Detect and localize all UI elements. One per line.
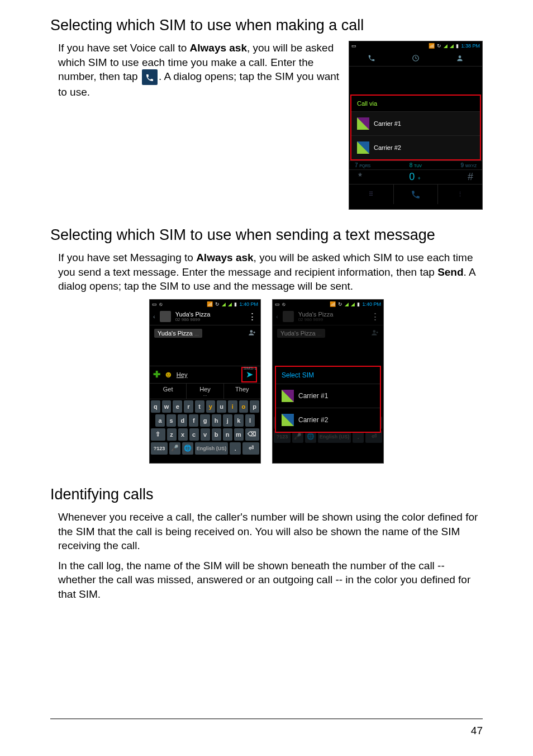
key-j[interactable]: j bbox=[223, 414, 232, 427]
key-star[interactable]: * bbox=[358, 171, 362, 183]
key-symbols[interactable]: ?123 bbox=[151, 442, 168, 455]
signal-2-icon: ◢ bbox=[450, 43, 454, 49]
key-m[interactable]: m bbox=[234, 428, 244, 441]
sim1-label: Carrier #1 bbox=[374, 120, 401, 127]
key-globe[interactable]: 🌐 bbox=[182, 442, 193, 455]
section1-paragraph: If you have set Voice call to Always ask… bbox=[58, 41, 341, 100]
footer-rule bbox=[50, 719, 483, 719]
battery-icon: ▮ bbox=[357, 301, 360, 307]
section3-para2: In the call log, the name of the SIM wil… bbox=[58, 559, 483, 602]
key-d[interactable]: d bbox=[178, 414, 187, 427]
key-c[interactable]: c bbox=[189, 428, 199, 441]
suggestion-1[interactable]: Get bbox=[150, 384, 187, 399]
attach-icon[interactable]: ✚ bbox=[153, 369, 160, 380]
call-via-dialog: Call via Carrier #1 Carrier #2 bbox=[350, 94, 481, 160]
sim-swatch-icon bbox=[282, 414, 294, 426]
back-icon: ‹ bbox=[276, 313, 278, 320]
key-i[interactable]: i bbox=[228, 400, 237, 413]
sim-swatch-icon bbox=[357, 117, 369, 130]
tab-recents[interactable] bbox=[393, 50, 437, 66]
key-x[interactable]: x bbox=[178, 428, 188, 441]
key-mic[interactable]: 🎤 bbox=[169, 442, 180, 455]
status-bar: ▭⎋ 📶 ↻ ◢ ◢ ▮ 1:40 PM bbox=[273, 300, 383, 309]
key-enter[interactable]: ⏎ bbox=[242, 442, 259, 455]
key-hash[interactable]: # bbox=[468, 171, 473, 183]
overflow-menu-icon[interactable]: ⋮ bbox=[248, 311, 257, 323]
key-f[interactable]: f bbox=[189, 414, 198, 427]
keyboard-suggestions: Get Hey… They bbox=[150, 384, 260, 399]
image-icon: ▭ bbox=[152, 301, 157, 307]
key-e[interactable]: e bbox=[173, 400, 182, 413]
key-k[interactable]: k bbox=[234, 414, 244, 427]
key-7[interactable]: 7 PQRS bbox=[355, 162, 370, 168]
tab-contacts[interactable] bbox=[438, 50, 482, 66]
key-a[interactable]: a bbox=[155, 414, 165, 427]
key-n[interactable]: n bbox=[223, 428, 232, 441]
phone-icon bbox=[142, 69, 158, 85]
key-z[interactable]: z bbox=[167, 428, 177, 441]
add-contact-icon bbox=[371, 329, 379, 338]
key-b[interactable]: b bbox=[212, 428, 221, 441]
contact-number: 02 986 9899 bbox=[175, 318, 211, 323]
key-h[interactable]: h bbox=[212, 414, 221, 427]
key-u[interactable]: u bbox=[217, 400, 226, 413]
sim-swatch-icon bbox=[357, 141, 369, 154]
recipient-chip: Yuda's Pizza … bbox=[277, 329, 325, 338]
emoji-icon[interactable]: ☻ bbox=[164, 370, 173, 380]
image-icon: ▭ bbox=[351, 43, 356, 49]
dialer-screenshot: ▭ 📶 ↻ ◢ ◢ ▮ 1:38 PM Call via Carrier #1 bbox=[349, 41, 483, 210]
suggestion-2[interactable]: Hey… bbox=[187, 384, 223, 399]
signal-2-icon: ◢ bbox=[351, 301, 355, 307]
key-8[interactable]: 8 TUV bbox=[410, 162, 422, 168]
key-backspace[interactable]: ⌫ bbox=[245, 428, 260, 441]
key-y[interactable]: y bbox=[206, 400, 216, 413]
tab-phone[interactable] bbox=[349, 50, 393, 66]
wifi-icon: 📶 bbox=[429, 43, 435, 49]
key-p[interactable]: p bbox=[250, 400, 259, 413]
heading-identifying-calls: Identifying calls bbox=[50, 486, 483, 503]
select-sim-option-2[interactable]: Carrier #2 bbox=[276, 408, 380, 432]
key-w[interactable]: w bbox=[162, 400, 172, 413]
key-o[interactable]: o bbox=[239, 400, 249, 413]
more-icon[interactable]: ⋮ bbox=[438, 185, 482, 204]
key-v[interactable]: v bbox=[201, 428, 210, 441]
key-g[interactable]: g bbox=[200, 414, 210, 427]
svg-point-1 bbox=[459, 55, 461, 58]
s1-bold: Always ask bbox=[190, 42, 247, 54]
recipient-row: Yuda's Pizza … bbox=[150, 325, 260, 341]
signal-1-icon: ◢ bbox=[222, 301, 226, 307]
key-s[interactable]: s bbox=[166, 414, 176, 427]
key-9[interactable]: 9 WXYZ bbox=[460, 162, 477, 168]
usb-icon: ⎋ bbox=[282, 301, 285, 307]
back-icon[interactable]: ‹ bbox=[153, 313, 155, 320]
key-shift[interactable]: ⇧ bbox=[151, 428, 165, 441]
key-t[interactable]: t bbox=[195, 400, 204, 413]
call-button[interactable] bbox=[394, 185, 439, 204]
wifi-icon: 📶 bbox=[330, 301, 336, 307]
s1-t1: If you have set Voice call to bbox=[58, 42, 190, 54]
select-sim-option-1[interactable]: Carrier #1 bbox=[276, 384, 380, 408]
dialer-tabs bbox=[349, 50, 482, 67]
suggestion-3[interactable]: They bbox=[224, 384, 260, 399]
key-q[interactable]: q bbox=[151, 400, 160, 413]
status-time: 1:38 bbox=[461, 43, 471, 49]
key-space[interactable]: English (US) bbox=[195, 442, 229, 455]
signal-1-icon: ◢ bbox=[444, 43, 448, 49]
compose-input[interactable]: Hey bbox=[177, 371, 238, 378]
keypad-toggle-icon[interactable]: ⠿ bbox=[349, 185, 394, 204]
select-sim-title: Select SIM bbox=[276, 367, 380, 384]
status-bar: ▭ 📶 ↻ ◢ ◢ ▮ 1:38 PM bbox=[349, 41, 482, 50]
key-l[interactable]: l bbox=[245, 414, 255, 427]
section2-paragraph: If you have set Messaging to Always ask,… bbox=[58, 251, 483, 294]
sim-option-1[interactable]: Carrier #1 bbox=[351, 112, 480, 136]
sync-icon: ↻ bbox=[215, 301, 220, 307]
usb-icon: ⎋ bbox=[159, 301, 162, 307]
sim-option-2[interactable]: Carrier #2 bbox=[351, 136, 480, 159]
key-period[interactable]: . bbox=[230, 442, 241, 455]
key-r[interactable]: r bbox=[184, 400, 193, 413]
sim-swatch-icon bbox=[282, 390, 294, 402]
add-contact-icon[interactable] bbox=[248, 329, 256, 338]
key-zero[interactable]: 0 + bbox=[409, 171, 420, 183]
messaging-screenshot-compose: ▭⎋ 📶 ↻ ◢ ◢ ▮ 1:40 PM ‹ Yuda's Pizza 02 9… bbox=[149, 299, 261, 464]
recipient-chip[interactable]: Yuda's Pizza … bbox=[154, 329, 202, 338]
